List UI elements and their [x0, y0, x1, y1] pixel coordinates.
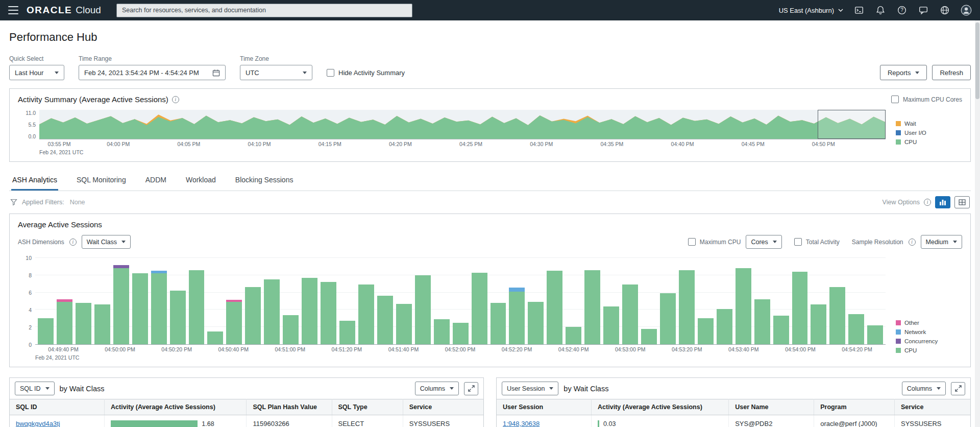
stacked-bar[interactable] [415, 258, 431, 344]
time-zone-dropdown[interactable]: UTC [240, 65, 312, 80]
stacked-bar[interactable] [848, 258, 864, 344]
sql-dimension-select[interactable]: SQL ID [15, 382, 55, 395]
stacked-bar[interactable] [773, 258, 789, 344]
stacked-bar[interactable] [584, 258, 600, 344]
stacked-bar[interactable] [603, 258, 619, 344]
column-header[interactable]: Activity (Average Active Sessions) [592, 399, 729, 415]
tab-ash-analytics[interactable]: ASH Analytics [11, 171, 58, 191]
activity-summary-chart[interactable] [39, 110, 886, 139]
stacked-bar[interactable] [528, 258, 544, 344]
column-header[interactable]: SQL Plan Hash Value [247, 399, 332, 415]
stacked-bar[interactable] [189, 258, 205, 344]
table-row[interactable]: bwqgkgvd4a3tj 1.68 1159603266 SELECT SYS… [10, 415, 483, 427]
info-icon[interactable] [924, 199, 931, 206]
tab-blocking-sessions[interactable]: Blocking Sessions [234, 171, 295, 191]
scrollbar-thumb[interactable] [975, 22, 979, 99]
aas-bar-chart[interactable] [35, 258, 886, 345]
stacked-bar[interactable] [76, 258, 91, 344]
column-header[interactable]: Program [814, 399, 895, 415]
menu-icon[interactable] [8, 6, 18, 14]
column-header[interactable]: Activity (Average Active Sessions) [105, 399, 247, 415]
search-input[interactable] [116, 4, 412, 17]
announcements-icon[interactable] [918, 5, 929, 16]
stacked-bar[interactable] [679, 258, 695, 344]
reports-button[interactable]: Reports [880, 65, 927, 80]
stacked-bar[interactable] [57, 258, 72, 344]
oracle-cloud-logo[interactable]: ORACLE Cloud [27, 5, 101, 16]
user-dimension-select[interactable]: User Session [502, 382, 558, 395]
maximum-cpu-cores-checkbox[interactable]: Maximum CPU Cores [891, 96, 962, 103]
info-icon[interactable] [172, 96, 179, 103]
stacked-bar[interactable] [113, 258, 129, 344]
column-header[interactable]: User Name [729, 399, 814, 415]
notifications-bell-icon[interactable] [875, 5, 886, 16]
checkbox-box[interactable] [327, 69, 334, 77]
table-view-toggle[interactable] [954, 196, 970, 208]
expand-icon[interactable] [464, 382, 478, 395]
stacked-bar[interactable] [472, 258, 487, 344]
stacked-bar[interactable] [245, 258, 261, 344]
stacked-bar[interactable] [698, 258, 714, 344]
column-header[interactable]: Service [894, 399, 970, 415]
stacked-bar[interactable] [509, 258, 525, 344]
checkbox-box[interactable] [891, 96, 899, 103]
user-avatar-icon[interactable] [961, 5, 972, 16]
tab-sql-monitoring[interactable]: SQL Monitoring [76, 171, 127, 191]
language-globe-icon[interactable] [939, 5, 950, 16]
sample-resolution-select[interactable]: Medium [921, 235, 962, 249]
table-row[interactable]: 1:948,30638 0.03 SYS@PDB2 oracle@perf (J… [497, 415, 970, 427]
calendar-icon[interactable] [212, 69, 220, 77]
time-range-input[interactable]: Feb 24, 2021 3:54:24 PM - 4:54:24 PM [79, 65, 226, 80]
stacked-bar[interactable] [94, 258, 110, 344]
stacked-bar[interactable] [170, 258, 186, 344]
stacked-bar[interactable] [736, 258, 751, 344]
stacked-bar[interactable] [434, 258, 450, 344]
stacked-bar[interactable] [226, 258, 242, 344]
sql-id-link[interactable]: bwqgkgvd4a3tj [16, 420, 60, 427]
user-session-link[interactable]: 1:948,30638 [503, 420, 540, 427]
stacked-bar[interactable] [302, 258, 317, 344]
stacked-bar[interactable] [38, 258, 54, 344]
tab-addm[interactable]: ADDM [144, 171, 167, 191]
stacked-bar[interactable] [132, 258, 148, 344]
column-header[interactable]: User Session [497, 399, 592, 415]
info-icon[interactable] [69, 239, 77, 246]
total-activity-checkbox[interactable]: Total Activity [794, 238, 840, 246]
stacked-bar[interactable] [867, 258, 883, 344]
stacked-bar[interactable] [377, 258, 393, 344]
checkbox-box[interactable] [688, 238, 696, 246]
stacked-bar[interactable] [622, 258, 638, 344]
vertical-scrollbar[interactable] [975, 20, 980, 427]
stacked-bar[interactable] [264, 258, 280, 344]
stacked-bar[interactable] [453, 258, 469, 344]
stacked-bar[interactable] [641, 258, 657, 344]
stacked-bar[interactable] [207, 258, 223, 344]
stacked-bar[interactable] [151, 258, 167, 344]
cloud-shell-icon[interactable] [853, 5, 865, 16]
sql-columns-button[interactable]: Columns [415, 382, 459, 395]
chart-view-toggle[interactable] [935, 196, 950, 208]
stacked-bar[interactable] [811, 258, 826, 344]
quick-select-dropdown[interactable]: Last Hour [9, 65, 64, 80]
column-header[interactable]: SQL Type [332, 399, 403, 415]
checkbox-box[interactable] [794, 238, 802, 246]
tab-workload[interactable]: Workload [185, 171, 217, 191]
stacked-bar[interactable] [339, 258, 355, 344]
user-columns-button[interactable]: Columns [902, 382, 946, 395]
column-header[interactable]: Service [403, 399, 483, 415]
time-selection-brush[interactable] [818, 110, 886, 139]
cpu-unit-select[interactable]: Cores [746, 235, 781, 249]
stacked-bar[interactable] [358, 258, 374, 344]
stacked-bar[interactable] [283, 258, 299, 344]
stacked-bar[interactable] [566, 258, 581, 344]
stacked-bar[interactable] [547, 258, 562, 344]
stacked-bar[interactable] [717, 258, 732, 344]
stacked-bar[interactable] [321, 258, 336, 344]
column-header[interactable]: SQL ID [10, 399, 105, 415]
ash-dimension-select[interactable]: Wait Class [82, 235, 131, 249]
refresh-button[interactable]: Refresh [932, 65, 971, 80]
stacked-bar[interactable] [491, 258, 506, 344]
stacked-bar[interactable] [754, 258, 770, 344]
stacked-bar[interactable] [660, 258, 676, 344]
region-selector[interactable]: US East (Ashburn) [779, 7, 843, 14]
